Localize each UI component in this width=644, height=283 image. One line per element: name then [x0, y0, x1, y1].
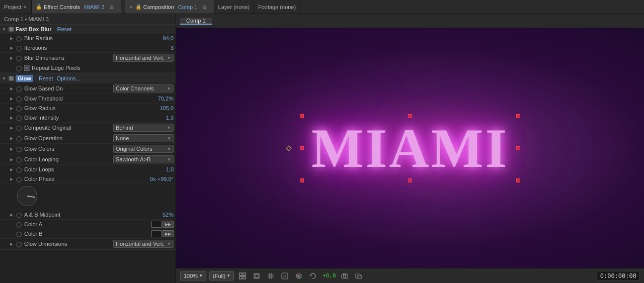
comp-lock-icon: 🔒: [135, 4, 141, 10]
safe-zones-btn[interactable]: [251, 270, 262, 281]
comp-orig-label: Composite Original: [24, 125, 112, 131]
blur-radius-expand[interactable]: ▶: [10, 36, 15, 41]
project-tab-close[interactable]: ✕: [23, 5, 27, 10]
color-phase-dial[interactable]: [17, 186, 37, 206]
blur-dims-expand[interactable]: ▶: [10, 56, 15, 60]
comp-panel-close[interactable]: ✕: [129, 5, 133, 10]
miami-text: MIAMI: [311, 121, 509, 176]
composition-panel-tab[interactable]: ✕ 🔒 Composition Comp 1 ≡: [125, 0, 214, 14]
glow-name: Glow: [16, 75, 33, 82]
fit-to-frame-btn[interactable]: [237, 270, 248, 281]
glow-radius-label: Glow Radius: [24, 105, 158, 111]
color-phase-icon: ◯: [16, 176, 23, 182]
color-looping-dropdown[interactable]: Sawtooth A>B ▼: [113, 155, 174, 163]
glow-op-dropdown[interactable]: None ▼: [113, 134, 174, 142]
color-loops-value[interactable]: 1,0: [166, 166, 174, 172]
blur-dims-dd-arrow: ▼: [167, 56, 171, 60]
glow-colors-value: Original Colors: [116, 146, 152, 152]
glow-based-expand[interactable]: ▶: [10, 86, 15, 91]
comp-orig-dropdown[interactable]: Behind ▼: [113, 124, 174, 132]
glow-header[interactable]: ▼ fx Glow Reset Options...: [0, 73, 176, 83]
glow-threshold-label: Glow Threshold: [24, 96, 157, 102]
glow-intensity-row: ▶ ◯ Glow Intensity 1,3: [0, 113, 176, 123]
blur-radius-value[interactable]: 94,0: [163, 35, 174, 41]
iterations-label: Iterations: [24, 45, 170, 51]
ab-midpoint-row: ▶ ◯ A & B Midpoint 52%: [0, 210, 176, 220]
color-b-picker-btn[interactable]: ▶▶: [163, 230, 174, 237]
glow-threshold-expand[interactable]: ▶: [10, 97, 15, 101]
grid-btn[interactable]: [265, 270, 276, 281]
ab-mid-expand[interactable]: ▶: [10, 213, 15, 217]
color-loop-expand[interactable]: ▶: [10, 157, 15, 162]
viewport: MIAMI: [176, 28, 644, 268]
glow-dims-dropdown[interactable]: Horizontal and Vert: ▼: [113, 240, 174, 248]
zoom-select[interactable]: 100% ▼: [180, 271, 206, 280]
snapshot-btn[interactable]: [339, 270, 350, 281]
handle-br[interactable]: [516, 178, 520, 182]
repeat-edge-label: Repeat Edge Pixels: [32, 65, 80, 71]
glow-threshold-value[interactable]: 70,2%: [158, 96, 174, 102]
panel-menu-btn[interactable]: ≡: [107, 3, 117, 11]
glow-threshold-row: ▶ ◯ Glow Threshold 70,2%: [0, 94, 176, 104]
glow-dims-icon: ◯: [16, 241, 23, 247]
comp-name-label: Comp 1: [178, 4, 198, 10]
color-b-swatch[interactable]: [151, 230, 162, 237]
glow-based-dropdown[interactable]: Color Channels ▼: [113, 84, 174, 92]
glow-dims-expand[interactable]: ▶: [10, 242, 15, 246]
repeat-edge-checkbox-wrap[interactable]: Repeat Edge Pixels: [24, 65, 80, 71]
snapshot-show-btn[interactable]: [353, 270, 364, 281]
effect-controls-tab[interactable]: 🔒 Effect Controls MiAMI 3 ≡: [32, 0, 121, 14]
color-picker-btn[interactable]: [293, 270, 304, 281]
blur-dims-dropdown[interactable]: Horizontal and Vert: ▼: [113, 54, 174, 62]
fast-box-blur-reset[interactable]: Reset: [57, 26, 72, 32]
blur-dims-dropdown-value: Horizontal and Vert:: [116, 55, 165, 61]
comp-view-tabs: Comp 1: [176, 14, 644, 28]
fbb-expand-icon: ▼: [2, 27, 7, 32]
fast-box-blur-name: Fast Box Blur: [16, 26, 52, 32]
comp-menu-btn[interactable]: ≡: [199, 3, 209, 11]
comp-orig-expand[interactable]: ▶: [10, 126, 15, 130]
repeat-edge-checkbox[interactable]: [24, 65, 30, 71]
composite-original-row: ▶ ◯ Composite Original Behind ▼: [0, 123, 176, 133]
svg-rect-0: [239, 273, 242, 275]
channel-btn[interactable]: ⊞: [279, 270, 290, 281]
handle-mr[interactable]: [516, 146, 520, 150]
quality-select[interactable]: (Full) ▼: [209, 271, 234, 280]
glow-colors-dropdown[interactable]: Original Colors ▼: [113, 145, 174, 153]
color-phase-value[interactable]: 0x +99,0°: [150, 176, 174, 182]
color-loops-expand[interactable]: ▶: [10, 167, 15, 172]
color-a-picker-btn[interactable]: ▶▶: [163, 221, 174, 228]
comp1-tab[interactable]: Comp 1: [180, 18, 212, 25]
anchor-point[interactable]: [286, 145, 291, 151]
ab-mid-value[interactable]: 52%: [163, 212, 174, 218]
handle-tl[interactable]: [300, 114, 304, 118]
color-phase-label: Color Phase: [24, 176, 149, 182]
color-b-label: Color B: [24, 231, 150, 237]
glow-op-expand[interactable]: ▶: [10, 136, 15, 141]
glow-radius-value[interactable]: 105,0: [159, 105, 174, 111]
handle-bl[interactable]: [300, 178, 304, 182]
timecode[interactable]: 0:00:00:00: [597, 271, 640, 281]
handle-tr[interactable]: [516, 114, 520, 118]
glow-operation-row: ▶ ◯ Glow Operation None ▼: [0, 133, 176, 144]
glow-options[interactable]: Options...: [57, 75, 80, 81]
glow-intensity-value[interactable]: 1,3: [166, 115, 174, 121]
glow-colors-expand[interactable]: ▶: [10, 147, 15, 151]
color-loops-icon: ◯: [16, 167, 23, 172]
color-phase-expand[interactable]: ▶: [10, 177, 15, 181]
handle-ml[interactable]: [300, 146, 304, 150]
color-loops-row: ▶ ◯ Color Loops 1,0: [0, 165, 176, 174]
glow-intensity-expand[interactable]: ▶: [10, 116, 15, 120]
project-tab[interactable]: Project ✕: [0, 0, 32, 14]
glow-reset[interactable]: Reset: [39, 75, 53, 81]
color-a-swatch[interactable]: [151, 221, 162, 228]
iterations-expand[interactable]: ▶: [10, 46, 15, 50]
glow-expand-icon: ▼: [2, 76, 7, 81]
blur-radius-icon: ◯: [16, 36, 23, 41]
fast-box-blur-header[interactable]: ▼ fx Fast Box Blur Reset: [0, 25, 176, 34]
glow-op-dd-arrow: ▼: [167, 136, 171, 141]
refresh-btn[interactable]: [307, 270, 318, 281]
color-a-row: ◯ Color A ▶▶: [0, 220, 176, 229]
glow-radius-expand[interactable]: ▶: [10, 106, 15, 111]
iterations-value[interactable]: 3: [171, 45, 174, 51]
